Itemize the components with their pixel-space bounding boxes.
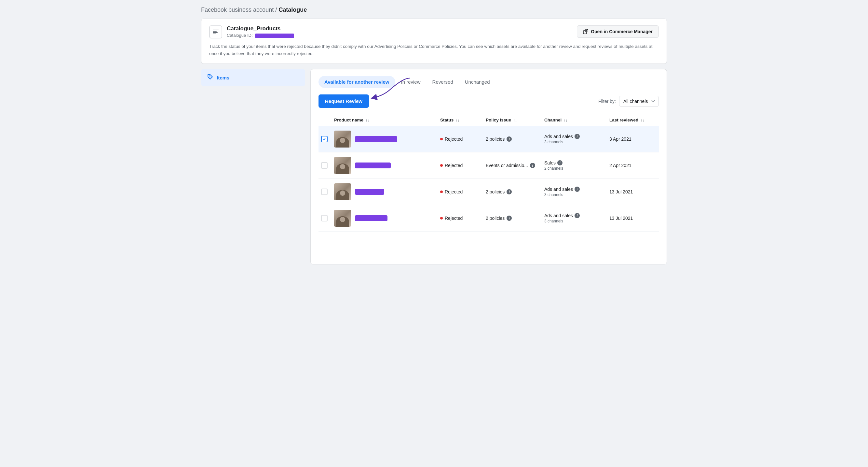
catalogue-icon — [209, 25, 222, 38]
catalogue-header: Catalogue_Products Catalogue ID: Open in… — [209, 25, 659, 38]
filter-select[interactable]: All channels — [619, 96, 659, 107]
sidebar: Items — [201, 69, 305, 86]
svg-rect-1 — [213, 31, 217, 32]
request-review-button[interactable]: Request Review — [318, 94, 369, 108]
table: Product name ↑↓ Status ↑↓ Policy issue ↑… — [318, 114, 659, 232]
row2-policy: Events or admissio... i — [483, 163, 542, 168]
tab-in-review[interactable]: In review — [395, 76, 427, 88]
row3-product — [332, 183, 438, 200]
breadcrumb-current: Catalogue — [278, 6, 307, 13]
row1-channel-info-icon[interactable]: i — [575, 134, 580, 139]
table-row: Rejected 2 policies i Ads and sales i — [318, 179, 659, 205]
table-row: Rejected 2 policies i Ads and sales i — [318, 205, 659, 232]
col-last-reviewed: Last reviewed ↑↓ — [607, 118, 659, 122]
external-link-icon — [583, 29, 588, 34]
col-policy-issue: Policy issue ↑↓ — [483, 118, 542, 122]
row4-status: Rejected — [438, 215, 483, 221]
row2-channel-info-icon[interactable]: i — [557, 160, 562, 166]
page-container: Facebook business account / Catalogue Ca… — [193, 0, 675, 271]
row1-policy: 2 policies i — [483, 137, 542, 142]
sort-icon-last-reviewed[interactable]: ↑↓ — [641, 118, 644, 122]
row3-checkbox[interactable] — [321, 188, 328, 195]
row1-status: Rejected — [438, 137, 483, 142]
tab-reversed[interactable]: Reversed — [427, 76, 459, 88]
filter-label: Filter by: — [598, 99, 616, 104]
row4-channel: Ads and sales i 3 channels — [542, 213, 607, 224]
row3-last-reviewed: 13 Jul 2021 — [607, 189, 659, 195]
row1-product-name-bar — [355, 136, 397, 142]
toolbar-row: Request Review Filter by: All ch — [318, 94, 659, 108]
filter-row: Filter by: All channels — [598, 96, 659, 107]
row1-thumbnail — [334, 130, 351, 148]
row3-product-cell — [334, 183, 435, 200]
row3-policy-info-icon[interactable]: i — [506, 189, 512, 195]
sidebar-items-label: Items — [217, 75, 229, 81]
row1-status-dot — [440, 138, 443, 140]
catalogue-info: Catalogue_Products Catalogue ID: — [209, 25, 294, 38]
main-layout: Items Available for another review In re… — [201, 69, 667, 264]
tabs-row: Available for another review In review R… — [318, 76, 659, 88]
row4-checkbox[interactable] — [321, 215, 328, 222]
tab-unchanged[interactable]: Unchanged — [459, 76, 496, 88]
row2-checkbox[interactable] — [321, 162, 328, 169]
col-select — [318, 118, 332, 122]
content-area: Available for another review In review R… — [310, 69, 667, 264]
tab-available-for-review[interactable]: Available for another review — [318, 76, 395, 88]
breadcrumb: Facebook business account / Catalogue — [201, 6, 667, 13]
row2-product-cell — [334, 157, 435, 174]
row4-select[interactable] — [318, 215, 332, 222]
sort-icon-policy[interactable]: ↑↓ — [514, 118, 517, 122]
col-channel: Channel ↑↓ — [542, 118, 607, 122]
row1-channel: Ads and sales i 3 channels — [542, 134, 607, 144]
table-header: Product name ↑↓ Status ↑↓ Policy issue ↑… — [318, 114, 659, 126]
row2-policy-info-icon[interactable]: i — [530, 163, 535, 168]
row3-thumbnail — [334, 183, 351, 200]
row2-channel: Sales i 2 channels — [542, 160, 607, 171]
table-row: Rejected Events or admissio... i Sales i — [318, 152, 659, 179]
row3-product-name-bar — [355, 189, 384, 195]
row2-product — [332, 157, 438, 174]
row2-status-dot — [440, 164, 443, 167]
row4-policy-info-icon[interactable]: i — [506, 215, 512, 221]
catalogue-details: Catalogue_Products Catalogue ID: — [227, 25, 294, 38]
catalogue-id-value — [255, 33, 294, 38]
row3-status: Rejected — [438, 189, 483, 195]
catalogue-id: Catalogue ID: — [227, 33, 294, 38]
row2-thumbnail — [334, 157, 351, 174]
row1-checkbox[interactable] — [321, 136, 328, 142]
open-commerce-label: Open in Commerce Manager — [591, 29, 653, 34]
row4-policy: 2 policies i — [483, 215, 542, 221]
row3-select[interactable] — [318, 188, 332, 195]
tag-icon — [207, 74, 213, 82]
svg-point-5 — [209, 76, 210, 77]
sort-icon-channel[interactable]: ↑↓ — [564, 118, 567, 122]
row2-select[interactable] — [318, 162, 332, 169]
breadcrumb-parent[interactable]: Facebook business account — [201, 6, 274, 13]
table-row: Rejected 2 policies i Ads and sales i — [318, 126, 659, 152]
row1-select[interactable] — [318, 136, 332, 142]
row4-product-cell — [334, 210, 435, 227]
row2-last-reviewed: 2 Apr 2021 — [607, 163, 659, 168]
row4-status-dot — [440, 217, 443, 220]
svg-rect-3 — [213, 33, 216, 34]
svg-rect-0 — [213, 30, 219, 30]
catalogue-name: Catalogue_Products — [227, 25, 294, 32]
row1-policy-info-icon[interactable]: i — [506, 137, 512, 142]
row3-policy: 2 policies i — [483, 189, 542, 195]
row4-product-name-bar — [355, 215, 388, 221]
row3-channel: Ads and sales i 3 channels — [542, 186, 607, 197]
sort-icon-product[interactable]: ↑↓ — [366, 118, 369, 122]
row4-thumbnail — [334, 210, 351, 227]
row2-product-name-bar — [355, 163, 391, 168]
row1-last-reviewed: 3 Apr 2021 — [607, 137, 659, 142]
sort-icon-status[interactable]: ↑↓ — [456, 118, 459, 122]
row3-channel-info-icon[interactable]: i — [575, 186, 580, 192]
row4-channel-info-icon[interactable]: i — [575, 213, 580, 218]
row2-status: Rejected — [438, 163, 483, 168]
catalogue-card: Catalogue_Products Catalogue ID: Open in… — [201, 19, 667, 64]
breadcrumb-separator: / — [275, 6, 278, 13]
description-text: Track the status of your items that were… — [209, 43, 659, 57]
col-status: Status ↑↓ — [438, 118, 483, 122]
sidebar-item-items[interactable]: Items — [201, 69, 305, 86]
open-commerce-manager-button[interactable]: Open in Commerce Manager — [577, 25, 659, 38]
